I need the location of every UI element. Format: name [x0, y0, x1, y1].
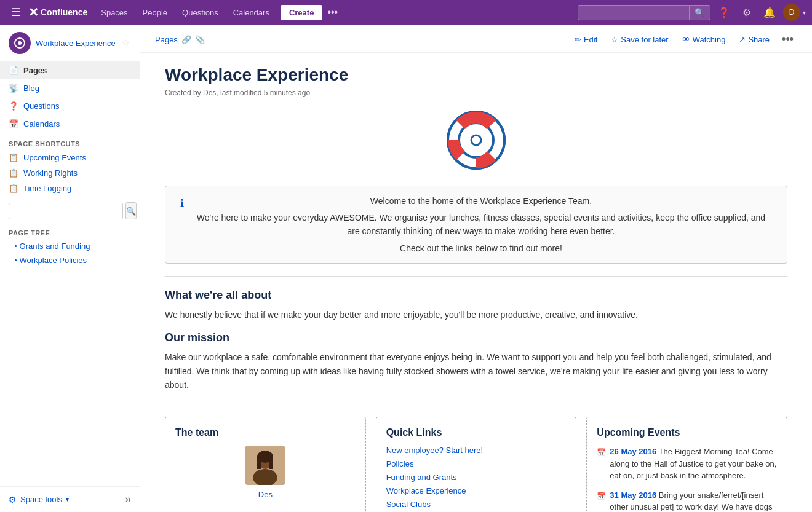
- sidebar-item-pages[interactable]: 📄 Pages: [0, 61, 140, 79]
- edit-icon: ✏: [575, 35, 581, 44]
- section2-text: Make our workplace a safe, comfortable e…: [165, 350, 787, 392]
- time-logging-icon: 📋: [9, 184, 18, 193]
- event-calendar-icon-1: 📅: [597, 447, 606, 482]
- sidebar-questions-label: Questions: [23, 101, 60, 111]
- sidebar-item-blog[interactable]: 📡 Blog: [0, 79, 140, 97]
- user-avatar[interactable]: D: [783, 4, 800, 21]
- tree-item-workplace-policies[interactable]: • Workplace Policies: [0, 253, 140, 267]
- global-search-input[interactable]: [578, 6, 689, 20]
- settings-icon[interactable]: ⚙: [738, 4, 756, 21]
- breadcrumb-pages-link[interactable]: Pages: [155, 35, 178, 44]
- info-line3: Check out the links below to find out mo…: [190, 243, 772, 253]
- space-title[interactable]: Workplace Experience: [36, 39, 116, 48]
- calendars-icon: 📅: [9, 119, 18, 128]
- quick-link-funding[interactable]: Funding and Grants: [386, 473, 567, 482]
- breadcrumb-clip-icon: 📎: [195, 35, 205, 44]
- tree-item-grants[interactable]: • Grants and Funding: [0, 239, 140, 253]
- sidebar-item-working-rights[interactable]: 📋 Working Rights: [0, 165, 140, 181]
- event-calendar-icon-2: 📅: [597, 490, 606, 512]
- info-box: ℹ Welcome to the home of the Workplace E…: [165, 186, 787, 264]
- edit-button[interactable]: ✏ Edit: [570, 33, 602, 47]
- logo-confluence-text: Confluence: [41, 7, 87, 17]
- user-menu-chevron[interactable]: ▾: [803, 9, 806, 16]
- save-for-later-button[interactable]: ☆ Save for later: [606, 33, 673, 47]
- quick-links-card: Quick Links New employee? Start here! Po…: [376, 417, 577, 512]
- share-icon: ↗: [739, 35, 746, 44]
- more-options-icon[interactable]: •••: [325, 7, 340, 18]
- info-line1: Welcome to the home of the Workplace Exp…: [190, 196, 772, 206]
- tree-bullet-2: •: [15, 257, 17, 264]
- hamburger-icon[interactable]: ☰: [6, 3, 26, 22]
- nav-spaces[interactable]: Spaces: [95, 0, 133, 25]
- section1-text: We honestly believe that if we make your…: [165, 308, 787, 321]
- section1-title: What we're all about: [165, 289, 787, 302]
- nav-calendars[interactable]: Calendars: [227, 0, 276, 25]
- events-card-title: Upcoming Events: [597, 427, 777, 438]
- sidebar-calendars-label: Calendars: [23, 119, 60, 128]
- section2-title: Our mission: [165, 331, 787, 344]
- divider-2: [165, 404, 787, 404]
- star-icon: ☆: [611, 35, 618, 44]
- info-box-icon: ℹ: [180, 197, 184, 209]
- create-button[interactable]: Create: [281, 5, 322, 20]
- sidebar-collapse-icon[interactable]: »: [125, 493, 131, 506]
- team-card: The team: [165, 417, 366, 512]
- sidebar-item-calendars[interactable]: 📅 Calendars: [0, 115, 140, 133]
- quick-links-card-title: Quick Links: [386, 427, 567, 438]
- sidebar-item-upcoming-events[interactable]: 📋 Upcoming Events: [0, 150, 140, 165]
- quick-link-workplace[interactable]: Workplace Experience: [386, 486, 567, 495]
- quick-link-social[interactable]: Social Clubs: [386, 500, 567, 509]
- lifering-icon: [445, 109, 507, 171]
- nav-people[interactable]: People: [137, 0, 173, 25]
- team-member: Des: [175, 446, 356, 499]
- toolbar-more-icon[interactable]: •••: [778, 31, 797, 49]
- quick-link-new-employee[interactable]: New employee? Start here!: [386, 446, 567, 455]
- quick-links-list: New employee? Start here! Policies Fundi…: [386, 446, 567, 509]
- event-1-date: 26 May 2016: [610, 447, 656, 456]
- page-toolbar: Pages 🔗 📎 ✏ Edit ☆ Save for later 👁 Watc…: [140, 25, 812, 53]
- space-icon: [9, 32, 31, 54]
- share-button[interactable]: ↗ Share: [734, 33, 774, 47]
- questions-icon: ❓: [9, 101, 18, 111]
- content-area: Pages 🔗 📎 ✏ Edit ☆ Save for later 👁 Watc…: [140, 25, 812, 512]
- page-tree-section-title: PAGE TREE: [0, 226, 140, 239]
- working-rights-icon: 📋: [9, 168, 18, 178]
- help-icon[interactable]: ❓: [713, 4, 735, 21]
- global-search-button[interactable]: 🔍: [689, 6, 710, 20]
- watching-button[interactable]: 👁 Watching: [677, 33, 731, 47]
- team-member-name[interactable]: Des: [258, 490, 273, 499]
- eye-icon: 👁: [682, 35, 690, 44]
- sidebar-item-time-logging[interactable]: 📋 Time Logging: [0, 181, 140, 196]
- space-tools-icon: ⚙: [9, 495, 17, 505]
- sidebar-search-input[interactable]: [9, 203, 123, 219]
- page-title: Workplace Experience: [165, 65, 787, 85]
- nav-questions[interactable]: Questions: [176, 0, 225, 25]
- cards-row: The team: [165, 417, 787, 512]
- space-shortcuts-section-title: SPACE SHORTCUTS: [0, 133, 140, 150]
- events-list: 📅 26 May 2016 The Biggest Morning Tea! C…: [597, 446, 777, 512]
- sidebar-pages-label: Pages: [23, 66, 47, 75]
- info-line2: We're here to make your everyday AWESOME…: [190, 211, 772, 238]
- blog-icon: 📡: [9, 84, 18, 93]
- quick-link-policies[interactable]: Policies: [386, 459, 567, 468]
- team-card-title: The team: [175, 427, 356, 438]
- pages-icon: 📄: [9, 66, 18, 75]
- topnav: ☰ ✕ Confluence Spaces People Questions C…: [0, 0, 812, 25]
- tree-bullet: •: [15, 243, 17, 250]
- space-tools-button[interactable]: ⚙ Space tools ▾ »: [0, 486, 140, 512]
- events-card: Upcoming Events 📅 26 May 2016 The Bigges…: [586, 417, 787, 512]
- sidebar: Workplace Experience ☆ 📄 Pages 📡 Blog ❓ …: [0, 25, 140, 512]
- svg-rect-12: [269, 457, 273, 469]
- page-hero-image: [165, 109, 787, 171]
- team-avatar[interactable]: [245, 446, 285, 485]
- sidebar-search-button[interactable]: 🔍: [125, 202, 137, 219]
- divider-1: [165, 276, 787, 277]
- confluence-logo: ✕ Confluence: [28, 5, 87, 20]
- notifications-icon[interactable]: 🔔: [758, 4, 781, 21]
- space-star-icon[interactable]: ☆: [122, 38, 130, 48]
- space-tools-chevron: ▾: [66, 496, 69, 503]
- svg-rect-11: [257, 457, 261, 469]
- sidebar-item-questions[interactable]: ❓ Questions: [0, 97, 140, 115]
- event-item-1: 📅 26 May 2016 The Biggest Morning Tea! C…: [597, 446, 777, 482]
- event-item-2: 📅 31 May 2016 Bring your snake/ferret/[i…: [597, 489, 777, 512]
